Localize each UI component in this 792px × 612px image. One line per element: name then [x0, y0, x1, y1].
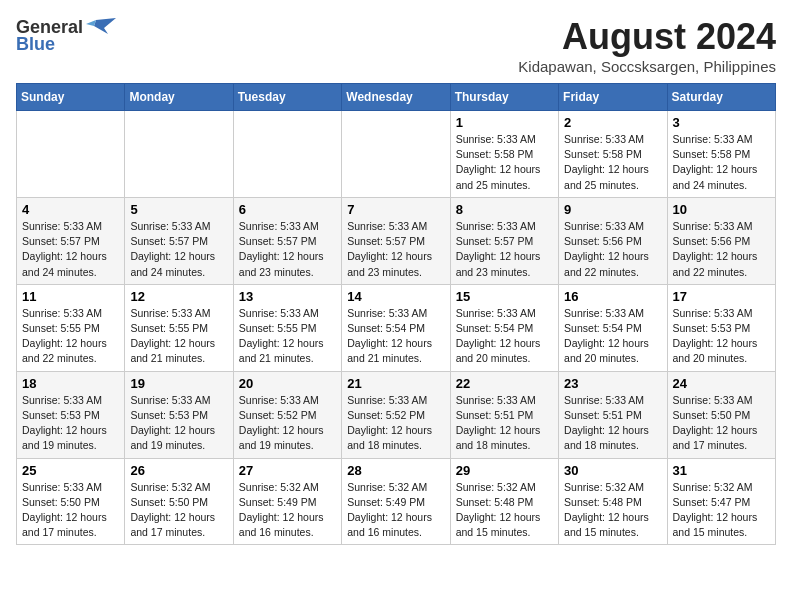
day-content: Sunrise: 5:33 AM Sunset: 5:51 PM Dayligh… [564, 393, 661, 454]
day-number: 16 [564, 289, 661, 304]
day-number: 4 [22, 202, 119, 217]
svg-marker-0 [94, 18, 116, 34]
day-number: 27 [239, 463, 336, 478]
day-content: Sunrise: 5:33 AM Sunset: 5:53 PM Dayligh… [22, 393, 119, 454]
day-number: 25 [22, 463, 119, 478]
day-number: 30 [564, 463, 661, 478]
day-content: Sunrise: 5:33 AM Sunset: 5:53 PM Dayligh… [673, 306, 770, 367]
day-content: Sunrise: 5:33 AM Sunset: 5:55 PM Dayligh… [130, 306, 227, 367]
calendar-cell: 6Sunrise: 5:33 AM Sunset: 5:57 PM Daylig… [233, 197, 341, 284]
calendar-cell: 29Sunrise: 5:32 AM Sunset: 5:48 PM Dayli… [450, 458, 558, 545]
calendar-cell: 20Sunrise: 5:33 AM Sunset: 5:52 PM Dayli… [233, 371, 341, 458]
calendar-cell: 23Sunrise: 5:33 AM Sunset: 5:51 PM Dayli… [559, 371, 667, 458]
title-area: August 2024 Kidapawan, Soccsksargen, Phi… [518, 16, 776, 75]
day-content: Sunrise: 5:32 AM Sunset: 5:47 PM Dayligh… [673, 480, 770, 541]
day-number: 9 [564, 202, 661, 217]
day-number: 26 [130, 463, 227, 478]
day-content: Sunrise: 5:33 AM Sunset: 5:56 PM Dayligh… [673, 219, 770, 280]
day-content: Sunrise: 5:33 AM Sunset: 5:58 PM Dayligh… [456, 132, 553, 193]
day-content: Sunrise: 5:32 AM Sunset: 5:48 PM Dayligh… [564, 480, 661, 541]
calendar-cell [17, 111, 125, 198]
day-content: Sunrise: 5:32 AM Sunset: 5:50 PM Dayligh… [130, 480, 227, 541]
calendar-cell: 5Sunrise: 5:33 AM Sunset: 5:57 PM Daylig… [125, 197, 233, 284]
day-content: Sunrise: 5:33 AM Sunset: 5:57 PM Dayligh… [22, 219, 119, 280]
day-number: 14 [347, 289, 444, 304]
column-header-friday: Friday [559, 84, 667, 111]
day-number: 15 [456, 289, 553, 304]
day-content: Sunrise: 5:33 AM Sunset: 5:53 PM Dayligh… [130, 393, 227, 454]
day-number: 21 [347, 376, 444, 391]
calendar-cell: 19Sunrise: 5:33 AM Sunset: 5:53 PM Dayli… [125, 371, 233, 458]
calendar-week-row: 18Sunrise: 5:33 AM Sunset: 5:53 PM Dayli… [17, 371, 776, 458]
day-number: 1 [456, 115, 553, 130]
day-content: Sunrise: 5:32 AM Sunset: 5:49 PM Dayligh… [347, 480, 444, 541]
calendar-cell: 1Sunrise: 5:33 AM Sunset: 5:58 PM Daylig… [450, 111, 558, 198]
column-header-tuesday: Tuesday [233, 84, 341, 111]
calendar-cell: 15Sunrise: 5:33 AM Sunset: 5:54 PM Dayli… [450, 284, 558, 371]
calendar-cell: 16Sunrise: 5:33 AM Sunset: 5:54 PM Dayli… [559, 284, 667, 371]
day-number: 19 [130, 376, 227, 391]
calendar-cell: 27Sunrise: 5:32 AM Sunset: 5:49 PM Dayli… [233, 458, 341, 545]
calendar-week-row: 4Sunrise: 5:33 AM Sunset: 5:57 PM Daylig… [17, 197, 776, 284]
day-content: Sunrise: 5:33 AM Sunset: 5:52 PM Dayligh… [347, 393, 444, 454]
calendar-cell: 7Sunrise: 5:33 AM Sunset: 5:57 PM Daylig… [342, 197, 450, 284]
calendar-cell: 26Sunrise: 5:32 AM Sunset: 5:50 PM Dayli… [125, 458, 233, 545]
day-number: 8 [456, 202, 553, 217]
day-content: Sunrise: 5:32 AM Sunset: 5:49 PM Dayligh… [239, 480, 336, 541]
calendar-cell: 22Sunrise: 5:33 AM Sunset: 5:51 PM Dayli… [450, 371, 558, 458]
calendar-cell: 2Sunrise: 5:33 AM Sunset: 5:58 PM Daylig… [559, 111, 667, 198]
calendar-cell: 8Sunrise: 5:33 AM Sunset: 5:57 PM Daylig… [450, 197, 558, 284]
calendar-cell: 11Sunrise: 5:33 AM Sunset: 5:55 PM Dayli… [17, 284, 125, 371]
day-content: Sunrise: 5:33 AM Sunset: 5:54 PM Dayligh… [347, 306, 444, 367]
day-number: 5 [130, 202, 227, 217]
day-number: 7 [347, 202, 444, 217]
calendar-cell: 25Sunrise: 5:33 AM Sunset: 5:50 PM Dayli… [17, 458, 125, 545]
column-header-monday: Monday [125, 84, 233, 111]
day-content: Sunrise: 5:33 AM Sunset: 5:57 PM Dayligh… [239, 219, 336, 280]
day-content: Sunrise: 5:33 AM Sunset: 5:58 PM Dayligh… [564, 132, 661, 193]
calendar-cell: 10Sunrise: 5:33 AM Sunset: 5:56 PM Dayli… [667, 197, 775, 284]
day-number: 31 [673, 463, 770, 478]
calendar-cell [233, 111, 341, 198]
month-title: August 2024 [518, 16, 776, 58]
day-number: 28 [347, 463, 444, 478]
column-header-wednesday: Wednesday [342, 84, 450, 111]
day-content: Sunrise: 5:33 AM Sunset: 5:50 PM Dayligh… [22, 480, 119, 541]
day-number: 23 [564, 376, 661, 391]
day-content: Sunrise: 5:33 AM Sunset: 5:55 PM Dayligh… [239, 306, 336, 367]
day-number: 13 [239, 289, 336, 304]
calendar-cell [342, 111, 450, 198]
day-content: Sunrise: 5:33 AM Sunset: 5:50 PM Dayligh… [673, 393, 770, 454]
calendar-cell: 17Sunrise: 5:33 AM Sunset: 5:53 PM Dayli… [667, 284, 775, 371]
calendar-header-row: SundayMondayTuesdayWednesdayThursdayFrid… [17, 84, 776, 111]
logo: General Blue [16, 16, 116, 55]
day-content: Sunrise: 5:33 AM Sunset: 5:58 PM Dayligh… [673, 132, 770, 193]
day-content: Sunrise: 5:32 AM Sunset: 5:48 PM Dayligh… [456, 480, 553, 541]
day-content: Sunrise: 5:33 AM Sunset: 5:57 PM Dayligh… [456, 219, 553, 280]
day-number: 3 [673, 115, 770, 130]
day-content: Sunrise: 5:33 AM Sunset: 5:55 PM Dayligh… [22, 306, 119, 367]
day-content: Sunrise: 5:33 AM Sunset: 5:52 PM Dayligh… [239, 393, 336, 454]
day-content: Sunrise: 5:33 AM Sunset: 5:54 PM Dayligh… [456, 306, 553, 367]
calendar-cell: 30Sunrise: 5:32 AM Sunset: 5:48 PM Dayli… [559, 458, 667, 545]
day-content: Sunrise: 5:33 AM Sunset: 5:54 PM Dayligh… [564, 306, 661, 367]
calendar-cell: 18Sunrise: 5:33 AM Sunset: 5:53 PM Dayli… [17, 371, 125, 458]
location: Kidapawan, Soccsksargen, Philippines [518, 58, 776, 75]
day-number: 17 [673, 289, 770, 304]
calendar-cell: 28Sunrise: 5:32 AM Sunset: 5:49 PM Dayli… [342, 458, 450, 545]
day-content: Sunrise: 5:33 AM Sunset: 5:56 PM Dayligh… [564, 219, 661, 280]
calendar-cell: 13Sunrise: 5:33 AM Sunset: 5:55 PM Dayli… [233, 284, 341, 371]
day-content: Sunrise: 5:33 AM Sunset: 5:57 PM Dayligh… [347, 219, 444, 280]
calendar-cell: 14Sunrise: 5:33 AM Sunset: 5:54 PM Dayli… [342, 284, 450, 371]
logo-bird-icon [86, 16, 116, 38]
day-number: 20 [239, 376, 336, 391]
day-content: Sunrise: 5:33 AM Sunset: 5:51 PM Dayligh… [456, 393, 553, 454]
column-header-thursday: Thursday [450, 84, 558, 111]
calendar-cell: 24Sunrise: 5:33 AM Sunset: 5:50 PM Dayli… [667, 371, 775, 458]
day-number: 29 [456, 463, 553, 478]
calendar-week-row: 25Sunrise: 5:33 AM Sunset: 5:50 PM Dayli… [17, 458, 776, 545]
calendar-cell: 3Sunrise: 5:33 AM Sunset: 5:58 PM Daylig… [667, 111, 775, 198]
calendar-cell [125, 111, 233, 198]
calendar-week-row: 1Sunrise: 5:33 AM Sunset: 5:58 PM Daylig… [17, 111, 776, 198]
day-content: Sunrise: 5:33 AM Sunset: 5:57 PM Dayligh… [130, 219, 227, 280]
